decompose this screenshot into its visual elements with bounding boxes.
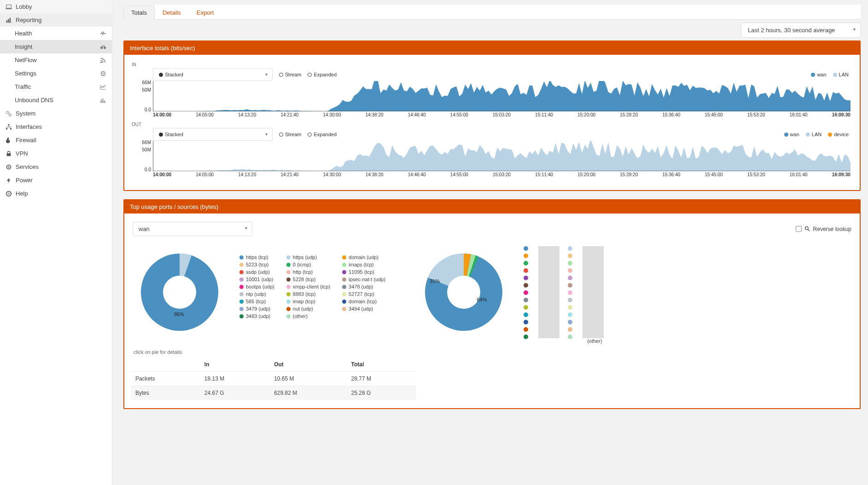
legend-item[interactable]: imap (tcp) bbox=[286, 299, 330, 304]
nav-sub-traffic[interactable]: Traffic bbox=[0, 80, 112, 93]
legend-item[interactable]: http (tcp) bbox=[286, 269, 330, 275]
area-chart-out[interactable] bbox=[153, 141, 851, 171]
legend-dot[interactable] bbox=[568, 261, 572, 266]
legend-dot[interactable] bbox=[568, 290, 572, 295]
legend-item[interactable]: 5228 (tcp) bbox=[286, 277, 330, 282]
tab-totals[interactable]: Totals bbox=[123, 5, 155, 20]
legend-item[interactable]: 3478 (udp) bbox=[342, 284, 385, 289]
nav-sub-insight[interactable]: Insight bbox=[0, 40, 112, 53]
x-axis-out: 14:00:0014:05:0014:13:2014:21:4014:30:00… bbox=[153, 172, 851, 177]
legend-dot[interactable] bbox=[568, 327, 572, 332]
legend-item[interactable]: https (udp) bbox=[286, 254, 330, 260]
nav-power-label: Power bbox=[16, 177, 33, 184]
legend-item[interactable]: domain (udp) bbox=[342, 254, 385, 260]
chart-mode-radios-in[interactable]: Stacked Stream Expanded bbox=[153, 68, 337, 81]
legend-dot[interactable] bbox=[568, 335, 572, 339]
legend-dot[interactable] bbox=[524, 283, 528, 288]
legend-item[interactable]: 11095 (tcp) bbox=[342, 269, 385, 275]
cog-icon bbox=[100, 70, 106, 77]
legend-item[interactable]: nut (udp) bbox=[286, 306, 330, 312]
content: Totals Details Export Last 2 hours, 30 s… bbox=[112, 0, 868, 485]
legend-item[interactable]: domain (tcp) bbox=[342, 299, 385, 304]
area-chart-in[interactable] bbox=[153, 81, 851, 111]
nav-firewall[interactable]: Firewall bbox=[0, 133, 112, 147]
nav-sub-insight-label: Insight bbox=[15, 43, 32, 50]
legend-dot[interactable] bbox=[524, 298, 528, 302]
legend-item[interactable]: 52727 (tcp) bbox=[342, 291, 385, 297]
nav-vpn[interactable]: VPN bbox=[0, 147, 112, 160]
legend-dot[interactable] bbox=[568, 312, 572, 317]
legend-dot[interactable] bbox=[524, 276, 528, 280]
legend-item[interactable]: imaps (tcp) bbox=[342, 262, 385, 267]
legend-dot[interactable] bbox=[524, 254, 528, 258]
legend-item[interactable]: 8883 (tcp) bbox=[286, 291, 330, 297]
legend-dot[interactable] bbox=[524, 320, 528, 324]
radio-expanded[interactable]: Expanded bbox=[308, 128, 337, 141]
legend-item[interactable]: xmpp-client (tcp) bbox=[286, 284, 330, 289]
legend-scroll-box[interactable] bbox=[538, 246, 559, 338]
legend-dot[interactable] bbox=[568, 298, 572, 302]
svg-rect-0 bbox=[6, 5, 12, 8]
legend-item[interactable]: 10001 (udp) bbox=[239, 277, 274, 282]
interface-select[interactable]: wan bbox=[133, 222, 252, 236]
legend-item[interactable]: 3483 (udp) bbox=[239, 313, 274, 319]
svg-rect-8 bbox=[102, 45, 103, 47]
nav-interfaces[interactable]: Interfaces bbox=[0, 120, 112, 133]
nav-sub-settings[interactable]: Settings bbox=[0, 67, 112, 80]
legend-scroll-box[interactable] bbox=[583, 246, 604, 338]
bolt-icon bbox=[6, 177, 12, 184]
legend-dot[interactable] bbox=[568, 254, 572, 258]
radio-expanded[interactable]: Expanded bbox=[308, 68, 337, 81]
radio-stacked[interactable]: Stacked bbox=[153, 128, 273, 141]
nav-sub-health-label: Health bbox=[15, 30, 32, 37]
nav-help[interactable]: Help bbox=[0, 187, 112, 200]
legend-dot[interactable] bbox=[524, 312, 528, 317]
nav-vpn-label: VPN bbox=[16, 150, 28, 157]
legend-item[interactable]: bootps (udp) bbox=[239, 284, 274, 289]
tab-details[interactable]: Details bbox=[155, 5, 189, 20]
legend-item[interactable]: 0 (icmp) bbox=[286, 262, 330, 267]
legend-dot[interactable] bbox=[568, 320, 572, 324]
nav-lobby[interactable]: Lobby bbox=[0, 0, 112, 13]
cog-icon bbox=[6, 164, 12, 170]
legend-item[interactable]: https (tcp) bbox=[239, 254, 274, 260]
tab-export[interactable]: Export bbox=[189, 5, 222, 20]
svg-point-10 bbox=[100, 61, 102, 63]
legend-item[interactable]: (other) bbox=[286, 313, 330, 319]
legend-dot[interactable] bbox=[568, 246, 572, 251]
nav-sub-netflow[interactable]: NetFlow bbox=[0, 53, 112, 67]
legend-item[interactable]: ipsec-nat-t (udp) bbox=[342, 277, 385, 282]
time-range-select[interactable]: Last 2 hours, 30 second average bbox=[741, 23, 861, 38]
legend-dot[interactable] bbox=[524, 335, 528, 339]
nav-system[interactable]: System bbox=[0, 107, 112, 120]
legend-dot[interactable] bbox=[524, 290, 528, 295]
nav-power[interactable]: Power bbox=[0, 173, 112, 187]
nav-sub-health[interactable]: Health bbox=[0, 27, 112, 40]
legend-item[interactable]: 3494 (udp) bbox=[342, 306, 385, 312]
legend-item[interactable]: 5223 (tcp) bbox=[239, 262, 274, 267]
nav-sub-unbound[interactable]: Unbound DNS bbox=[0, 93, 112, 107]
legend-dot[interactable] bbox=[524, 305, 528, 310]
legend-item[interactable]: ntp (udp) bbox=[239, 291, 274, 297]
legend-dot[interactable] bbox=[524, 246, 528, 251]
pie-sources[interactable]: 64% 31% bbox=[418, 246, 510, 344]
radio-stacked[interactable]: Stacked bbox=[153, 68, 273, 81]
nav-reporting[interactable]: Reporting bbox=[0, 13, 112, 27]
legend-dot[interactable] bbox=[524, 327, 528, 332]
legend-dot[interactable] bbox=[568, 268, 572, 273]
pie-ports[interactable]: 95% bbox=[134, 246, 226, 344]
legend-dot[interactable] bbox=[568, 276, 572, 280]
chart-mode-radios-out[interactable]: Stacked Stream Expanded bbox=[153, 128, 337, 141]
legend-dot[interactable] bbox=[568, 283, 572, 288]
legend-dot[interactable] bbox=[568, 305, 572, 310]
radio-stream[interactable]: Stream bbox=[279, 128, 301, 141]
legend-dot[interactable] bbox=[524, 268, 528, 273]
reverse-lookup-checkbox[interactable] bbox=[796, 226, 802, 232]
legend-item[interactable]: 3479 (udp) bbox=[239, 306, 274, 312]
legend-item[interactable]: ssdp (udp) bbox=[239, 269, 274, 275]
nav-services[interactable]: Services bbox=[0, 160, 112, 173]
radio-stream[interactable]: Stream bbox=[279, 68, 301, 81]
legend-item[interactable]: 585 (tcp) bbox=[239, 299, 274, 304]
pie2-pct-small: 31% bbox=[430, 278, 440, 284]
legend-dot[interactable] bbox=[524, 261, 528, 266]
